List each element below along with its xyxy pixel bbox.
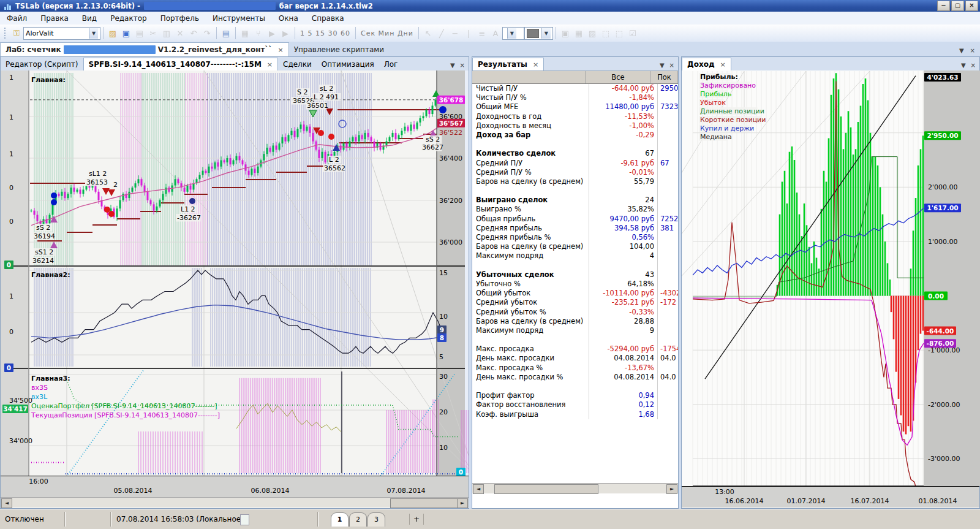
- menu-item-editor[interactable]: Редактор: [104, 13, 153, 24]
- tab-deals[interactable]: Сделки: [278, 58, 317, 70]
- tab-income[interactable]: Доход ×: [682, 58, 731, 70]
- tab-agent-chart[interactable]: SPFB.SI-9.14_140613_140807--------:-:15M…: [83, 58, 279, 70]
- table-row[interactable]: [472, 382, 678, 391]
- tab-close-icon[interactable]: ×: [533, 61, 538, 69]
- open-folder-icon[interactable]: ▨: [106, 27, 119, 39]
- check-page-icon[interactable]: ☑: [626, 27, 639, 39]
- frame-icon[interactable]: ⬚: [599, 27, 612, 39]
- table-row[interactable]: [472, 335, 678, 344]
- panel-close-icon[interactable]: ×: [460, 62, 465, 69]
- scroll-right-icon[interactable]: ►: [457, 498, 468, 508]
- scroll-thumb[interactable]: [494, 484, 598, 494]
- hline-icon[interactable]: −: [448, 27, 462, 39]
- timeframe-unit-buttons[interactable]: Сек Мин Дни: [361, 29, 413, 37]
- scroll-left-icon[interactable]: ◄: [473, 484, 484, 494]
- menu-item-file[interactable]: Файл: [0, 13, 34, 24]
- table-row[interactable]: Фактор восстановления0,12: [472, 400, 678, 409]
- key-icon[interactable]: ⚿: [10, 27, 23, 39]
- open-layout-icon[interactable]: ▨: [586, 27, 599, 39]
- levels-icon[interactable]: ≡: [475, 27, 489, 39]
- table-row[interactable]: Общая прибыль9470,00 руб7252: [472, 215, 678, 224]
- panel-pin-icon[interactable]: ▼: [660, 62, 665, 69]
- tab-log[interactable]: Лог: [379, 58, 403, 70]
- table-row[interactable]: День макс. просадки04.08.201404.0: [472, 354, 678, 363]
- save-layout-icon[interactable]: ▣: [559, 27, 572, 39]
- table-row[interactable]: Коэф. выигрыша1,68: [472, 410, 678, 419]
- table-row[interactable]: Баров на сделку (в среднем)28,88: [472, 317, 678, 326]
- table-row[interactable]: Максимум подряд4: [472, 251, 678, 261]
- menu-item-edit[interactable]: Правка: [34, 13, 75, 24]
- vline-icon[interactable]: ❘: [462, 27, 475, 39]
- chart-icon[interactable]: ▦: [238, 27, 252, 39]
- tabstrip-close-icon[interactable]: ×: [970, 47, 975, 54]
- table-row[interactable]: Профит фактор0,94: [472, 391, 678, 400]
- color-combobox[interactable]: ▼: [524, 27, 553, 40]
- table-row[interactable]: Баров на сделку (в среднем)104,00: [472, 242, 678, 251]
- toolbar-grip[interactable]: [4, 28, 8, 39]
- menu-item-help[interactable]: Справка: [305, 13, 351, 24]
- chart-hscrollbar[interactable]: ◄ ►: [1, 497, 469, 508]
- text-icon[interactable]: A: [489, 27, 502, 39]
- menu-item-windows[interactable]: Окна: [272, 13, 305, 24]
- table-row[interactable]: Чистый П/У %-1,84%: [472, 93, 678, 102]
- table-row[interactable]: Количество сделок67: [472, 149, 678, 158]
- tabstrip-overflow-icon[interactable]: ▼: [959, 47, 964, 54]
- table-row[interactable]: Средняя прибыль394,58 руб381: [472, 224, 678, 233]
- income-chart[interactable]: Прибыль:ЗафиксированоПрибыльУбытокДлинны…: [682, 70, 979, 486]
- undo-icon[interactable]: ↶: [187, 27, 200, 39]
- tab-close-icon[interactable]: ×: [267, 61, 273, 69]
- account-combobox[interactable]: AlorValit▼: [23, 27, 100, 40]
- results-hscrollbar[interactable]: ◄ ►: [472, 483, 678, 493]
- timeframe-buttons[interactable]: 1 5 15 30 60: [300, 29, 350, 37]
- page-tab-3[interactable]: 3: [368, 512, 385, 527]
- tab-close-icon[interactable]: ×: [277, 46, 283, 54]
- frame2-icon[interactable]: ⬚: [612, 27, 626, 39]
- add-page-button[interactable]: +: [409, 514, 424, 525]
- branch-icon[interactable]: ⑂: [252, 27, 265, 39]
- tab-lab-script[interactable]: Лаб: счетчик V1.2.2_reinvest_для_конт`` …: [0, 42, 289, 56]
- menu-item-portfolio[interactable]: Портфель: [154, 13, 206, 24]
- tab-optimization[interactable]: Оптимизация: [317, 58, 379, 70]
- scroll-thumb[interactable]: [390, 498, 458, 508]
- run-icon[interactable]: ▶: [265, 27, 279, 39]
- table-row[interactable]: Макс. просадка %-13,67%: [472, 363, 678, 373]
- chevron-down-icon[interactable]: ▼: [89, 28, 98, 39]
- tab-editor-script[interactable]: Редактор (Скрипт): [1, 58, 83, 70]
- table-row[interactable]: Доходность в месяц-1,00%: [472, 121, 678, 131]
- menu-item-view[interactable]: Вид: [75, 13, 104, 24]
- page-tab-2[interactable]: 2: [349, 512, 367, 527]
- panel-close-icon[interactable]: ×: [971, 62, 976, 69]
- table-row[interactable]: [472, 261, 678, 270]
- lock-icon[interactable]: ▦: [572, 27, 586, 39]
- panel-pin-icon[interactable]: ▼: [961, 62, 966, 69]
- close-button[interactable]: ×: [965, 1, 978, 11]
- linestyle-combobox[interactable]: ▼: [502, 27, 524, 40]
- table-row[interactable]: [472, 140, 678, 149]
- table-row[interactable]: Средний убыток-235,21 руб-172: [472, 298, 678, 307]
- page-tab-1[interactable]: 1: [331, 512, 349, 527]
- table-row[interactable]: [472, 186, 678, 196]
- tab-results[interactable]: Результаты ×: [472, 58, 544, 70]
- scroll-left-icon[interactable]: ◄: [1, 498, 12, 508]
- pointer-icon[interactable]: ↖: [421, 27, 435, 39]
- table-row[interactable]: Доход за бар-0,29: [472, 131, 678, 140]
- table-row[interactable]: Баров на сделку (в среднем)55,79: [472, 177, 678, 186]
- table-row[interactable]: Убыточных сделок43: [472, 270, 678, 280]
- chevron-down-icon[interactable]: ▼: [541, 28, 551, 39]
- table-row[interactable]: Средний П/У-9,61 руб67: [472, 159, 678, 168]
- table-row[interactable]: Общий убыток-10114,00 руб-4302: [472, 289, 678, 298]
- tab-close-icon[interactable]: ×: [720, 61, 726, 69]
- table-row[interactable]: Максимум подряд9: [472, 326, 678, 335]
- script-icon[interactable]: ▤: [219, 27, 233, 39]
- trendline-icon[interactable]: ╱: [435, 27, 448, 39]
- panel-close-icon[interactable]: ×: [669, 62, 674, 69]
- table-row[interactable]: Выиграно сделок24: [472, 196, 678, 205]
- panel-pin-icon[interactable]: ▼: [450, 62, 455, 69]
- restore-button[interactable]: ▢: [951, 1, 964, 11]
- table-row[interactable]: Доходность в год-11,53%: [472, 112, 678, 121]
- scroll-right-icon[interactable]: ►: [666, 484, 677, 494]
- table-row[interactable]: Убыточно %64,18%: [472, 280, 678, 289]
- delete-icon[interactable]: ✕: [173, 27, 187, 39]
- chevron-down-icon[interactable]: ▼: [507, 28, 516, 39]
- save-icon[interactable]: ▣: [119, 27, 133, 39]
